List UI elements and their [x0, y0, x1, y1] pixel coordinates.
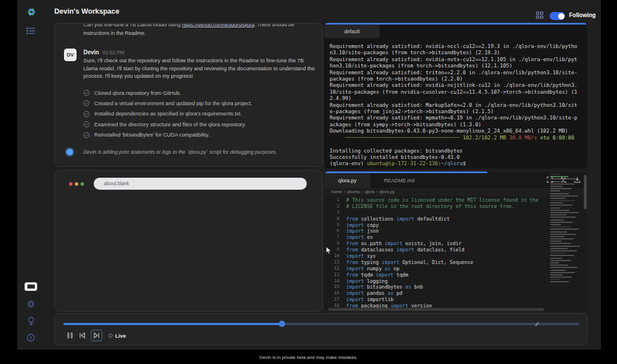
browser-panel[interactable]: about:blank [54, 170, 323, 311]
terminal-line: (qlora-env) ubuntu@ip-172-31-22-136:~/ql… [330, 161, 585, 167]
code-token: sys [364, 253, 376, 259]
code-token: importlib [364, 297, 394, 303]
devin-logo-icon[interactable] [26, 7, 37, 17]
checklist-item-text: Created a virtual environment and update… [94, 101, 253, 106]
breadcrumb-item[interactable]: qlora [365, 189, 375, 194]
terminal-output[interactable]: Requirement already satisfied: nvidia-nc… [330, 43, 585, 167]
terminal-line: Requirement already satisfied: nvidia-nv… [330, 82, 585, 89]
editor-vertical-scrollbar[interactable] [584, 175, 587, 209]
code-token: import [346, 290, 364, 297]
pause-button[interactable] [66, 331, 74, 339]
breadcrumb-item[interactable]: qlora.py [379, 189, 395, 194]
line-number: 17 [324, 297, 339, 303]
minimap-line [550, 193, 569, 194]
help-icon[interactable]: ? [27, 334, 35, 342]
breadcrumb[interactable]: home›ubuntu›qlora›qlora.py [324, 188, 587, 196]
code-line: 8from os.path import exists, join, isdir [324, 241, 545, 247]
browser-minimize-dot[interactable] [75, 182, 78, 186]
settings-gear-icon[interactable] [27, 300, 35, 308]
terminal-line: n3.10/site-packages (from torch->bitsand… [330, 50, 585, 56]
keyboard-shortcuts-icon[interactable] [25, 282, 37, 291]
terminal-segment: ───────────────────────────────────── [330, 135, 460, 141]
terminal-panel[interactable]: default Requirement already satisfied: n… [324, 23, 587, 169]
terminal-line: packages (from torch->bitsandbytes) (2.2… [330, 76, 585, 82]
timeline-thumb[interactable] [279, 321, 285, 327]
terminal-line: hon3.10/site-packages (from torch->bitsa… [330, 63, 585, 69]
checklist-item: Created a virtual environment and update… [83, 100, 253, 106]
browser-close-dot[interactable] [69, 182, 73, 186]
skip-to-end-button[interactable] [91, 330, 102, 341]
terminal-line: Requirement already satisfied: nvidia-nv… [330, 57, 585, 63]
code-token: from [346, 272, 358, 278]
terminal-line: Installing collected packages: bitsandby… [330, 148, 585, 154]
checklist-item: Cloned qlora repository from GitHub. [83, 90, 253, 96]
minimap-line [550, 279, 560, 280]
url-bar[interactable]: about:blank [94, 178, 307, 190]
terminal-line: 2.4.99) [330, 95, 585, 102]
minimap-line [550, 183, 575, 185]
checklist-item: Examined the directory structure and fil… [83, 121, 253, 127]
minimap-line [550, 281, 569, 282]
minimap-line [550, 243, 571, 244]
skip-to-start-button[interactable] [79, 332, 86, 339]
browser-maximize-dot[interactable] [81, 182, 84, 186]
editor-tab-qlora-py[interactable]: qlora.py [324, 173, 370, 188]
code-token: typing [358, 259, 382, 266]
qlora-repo-link[interactable]: https://github.com/artidoro/qlora [182, 24, 255, 27]
layout-grid-icon[interactable] [536, 11, 543, 19]
terminal-line: Successfully installed bitsandbytes-0.43… [330, 154, 585, 161]
code-token: os [364, 234, 373, 241]
code-token: import [396, 216, 414, 222]
line-number: 6 [324, 228, 339, 234]
lightbulb-icon[interactable] [27, 317, 35, 326]
message-header: Devin02:52 PM [83, 49, 125, 55]
live-button[interactable]: Live [109, 333, 126, 339]
minimap-line [550, 181, 566, 182]
code-token: # LICENSE file in the root directory of … [346, 203, 515, 210]
terminal-segment: eta 0:00:00 [540, 135, 574, 141]
minimap-line [550, 262, 559, 263]
code-token: as [384, 266, 390, 272]
terminal-segment: ubuntu@ip-172-31-22-136 [367, 161, 438, 166]
code-token: collections [358, 216, 396, 222]
code-line: 3 [324, 210, 545, 216]
editor-tab-readme-md[interactable]: README.md [370, 173, 428, 188]
playback-bar: Live [54, 313, 587, 345]
terminal-segment: (qlora-env) [330, 161, 367, 166]
checklist-item: Reinstalled 'bitsandbytes' for CUDA comp… [83, 132, 253, 138]
checklist: Cloned qlora repository from GitHub.Crea… [83, 90, 253, 142]
code-token: from [346, 259, 358, 266]
code-token: exists, join, isdir [402, 241, 461, 247]
code-token: import [346, 278, 364, 285]
code-token: os.path [358, 241, 385, 247]
message-body: Sure, I'll check out the repository and … [83, 57, 316, 81]
breadcrumb-item[interactable]: home [331, 189, 342, 194]
line-number: 4 [324, 216, 339, 222]
code-token: import [346, 284, 364, 290]
minimap-line [550, 229, 579, 230]
code-token: import [346, 266, 364, 272]
chat-panel[interactable]: Can you fine-tune a 7B Llama model using… [54, 23, 323, 167]
terminal-tab-default[interactable]: default [324, 25, 379, 38]
code-token: from [346, 216, 358, 222]
following-toggle[interactable] [550, 12, 565, 20]
timeline-event-marker[interactable] [535, 322, 539, 326]
line-number: 11 [324, 259, 339, 266]
code-token: import [346, 253, 364, 259]
breadcrumb-item[interactable]: ubuntu [347, 189, 360, 194]
code-token: dataclass, field [414, 247, 464, 253]
minimap-line [550, 238, 574, 239]
user-message-text: Can you fine-tune a 7B Llama model using [83, 24, 182, 27]
minimap-line [550, 236, 564, 237]
check-circle-icon [83, 100, 90, 106]
minimap-line [550, 178, 578, 179]
session-list-icon[interactable] [26, 27, 35, 35]
code-token: import [396, 247, 414, 253]
timeline-slider[interactable] [63, 323, 579, 325]
message-author: Devin [83, 49, 99, 55]
minimap[interactable] [550, 174, 582, 305]
code-area[interactable]: 1# This source code is licensed under th… [324, 197, 545, 309]
code-editor-panel[interactable]: qlora.py README.md home›ubuntu›qlora›qlo… [324, 171, 587, 311]
line-number: 3 [324, 210, 339, 216]
editor-horizontal-scrollbar[interactable] [328, 308, 544, 311]
